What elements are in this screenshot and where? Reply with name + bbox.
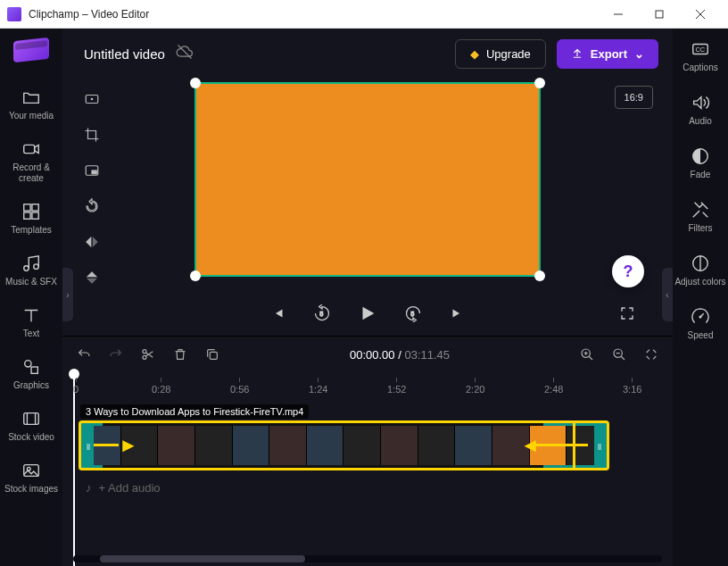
skip-end-button[interactable]	[449, 305, 465, 321]
svg-rect-6	[32, 204, 38, 211]
image-icon	[21, 461, 41, 480]
video-clip[interactable]: || ||	[79, 420, 609, 470]
annotation-arrow-left	[119, 434, 138, 457]
fade-label: Fade	[691, 170, 711, 180]
nav-stock-video[interactable]: Stock video	[0, 400, 62, 452]
nav-record[interactable]: Record & create	[0, 130, 62, 193]
clip-filename: 3 Ways to Download Apps to Firestick-Fir…	[80, 404, 309, 419]
nav-label: Record & create	[4, 162, 59, 184]
nav-stock-images[interactable]: Stock images	[0, 452, 62, 504]
clipchamp-logo	[13, 39, 49, 66]
speed-tab[interactable]: Speed	[688, 307, 714, 341]
filters-label: Filters	[688, 223, 712, 234]
editor-header: Untitled video ◆ Upgrade Export ⌄	[62, 29, 673, 79]
collapse-right-chevron[interactable]: ‹	[662, 268, 673, 321]
delete-button[interactable]	[173, 347, 187, 362]
collapse-left-chevron[interactable]: ›	[62, 268, 73, 321]
project-title[interactable]: Untitled video	[84, 46, 165, 62]
adjust-colors-tab[interactable]: Adjust colors	[674, 254, 725, 287]
timeline-ruler[interactable]: 0 0:28 0:56 1:24 1:52 2:20 2:48 3:16	[62, 372, 673, 397]
zoom-in-button[interactable]	[580, 347, 594, 362]
video-preview[interactable]	[194, 82, 541, 277]
canvas-tools	[80, 87, 103, 289]
timeline-tracks[interactable]: 3 Ways to Download Apps to Firestick-Fir…	[62, 397, 673, 550]
ruler-tick: 2:20	[466, 378, 484, 395]
fade-tab[interactable]: Fade	[691, 146, 711, 180]
nav-templates[interactable]: Templates	[0, 193, 62, 245]
annotation-box	[573, 420, 609, 470]
zoom-out-button[interactable]	[612, 347, 626, 362]
captions-tab[interactable]: CC Captions	[682, 39, 717, 73]
svg-rect-27	[210, 352, 217, 359]
nav-text[interactable]: Text	[0, 296, 62, 348]
fullscreen-button[interactable]	[619, 305, 635, 321]
right-sidebar: CC Captions Audio Fade Filters Adjust co…	[673, 29, 728, 566]
svg-rect-1	[656, 11, 663, 18]
flip-horizontal-tool[interactable]	[80, 230, 103, 254]
flip-vertical-tool[interactable]	[80, 266, 103, 289]
canvas-area: 16:9 ?	[62, 79, 673, 295]
timeline-toolbar: 00:00.00 / 03:11.45	[62, 337, 673, 372]
aspect-ratio-button[interactable]: 16:9	[615, 86, 653, 109]
duplicate-button[interactable]	[205, 347, 219, 362]
resize-handle-tr[interactable]	[534, 78, 545, 88]
app-icon	[7, 7, 21, 21]
timeline-panel: 00:00.00 / 03:11.45 0 0:28 0:56 1:24 1:5…	[62, 336, 673, 566]
ruler-tick: 0:28	[152, 378, 170, 395]
captions-label: Captions	[682, 62, 717, 73]
chevron-down-icon: ⌄	[634, 47, 644, 61]
svg-text:CC: CC	[696, 46, 706, 54]
rewind-5-button[interactable]: 5	[313, 304, 331, 322]
skip-start-button[interactable]	[270, 305, 286, 321]
zoom-fit-button[interactable]	[644, 347, 658, 362]
ruler-tick: 0	[73, 378, 79, 395]
folder-icon	[21, 87, 41, 107]
resize-handle-br[interactable]	[534, 271, 545, 281]
nav-music[interactable]: Music & SFX	[0, 245, 62, 296]
scrollbar-thumb[interactable]	[100, 555, 305, 562]
nav-label: Music & SFX	[5, 277, 57, 287]
svg-point-20	[91, 98, 93, 100]
nav-label: Your media	[9, 111, 54, 121]
music-icon	[21, 254, 41, 273]
undo-button[interactable]	[77, 347, 91, 362]
horizontal-scrollbar[interactable]	[73, 555, 662, 562]
audio-tab[interactable]: Audio	[689, 93, 712, 127]
ruler-tick: 1:52	[387, 378, 406, 395]
minimize-button[interactable]	[598, 1, 639, 28]
svg-rect-22	[92, 171, 96, 174]
redo-button[interactable]	[109, 347, 123, 362]
upgrade-button[interactable]: ◆ Upgrade	[455, 39, 546, 69]
resize-handle-bl[interactable]	[190, 271, 201, 281]
export-button[interactable]: Export ⌄	[557, 39, 658, 69]
window-titlebar: Clipchamp – Video Editor	[0, 0, 728, 29]
svg-rect-12	[31, 367, 37, 373]
trim-handle-left[interactable]: ||	[83, 425, 94, 466]
svg-rect-13	[24, 413, 39, 425]
audio-label: Audio	[689, 116, 712, 127]
left-sidebar: Your media Record & create Templates Mus…	[0, 29, 62, 566]
fit-tool[interactable]	[80, 87, 103, 111]
resize-handle-tl[interactable]	[190, 78, 201, 88]
svg-point-11	[25, 361, 31, 367]
maximize-button[interactable]	[639, 1, 680, 28]
pip-tool[interactable]	[80, 159, 103, 182]
nav-your-media[interactable]: Your media	[0, 79, 62, 130]
nav-graphics[interactable]: Graphics	[0, 348, 62, 400]
help-button[interactable]: ?	[612, 255, 644, 287]
split-button[interactable]	[141, 347, 155, 362]
rotate-tool[interactable]	[80, 195, 103, 218]
nav-label: Graphics	[13, 380, 49, 391]
filters-tab[interactable]: Filters	[688, 200, 712, 234]
add-audio-track[interactable]: ♪ + Add audio	[86, 481, 662, 495]
svg-point-34	[699, 316, 701, 318]
cloud-off-icon[interactable]	[176, 43, 194, 64]
forward-5-button[interactable]: 5	[404, 304, 422, 322]
close-button[interactable]	[680, 1, 721, 28]
svg-rect-7	[24, 212, 30, 219]
crop-tool[interactable]	[80, 123, 103, 146]
play-button[interactable]	[358, 304, 377, 323]
svg-text:5: 5	[411, 311, 415, 317]
ruler-tick: 1:24	[309, 378, 327, 395]
music-note-icon: ♪	[86, 481, 92, 495]
